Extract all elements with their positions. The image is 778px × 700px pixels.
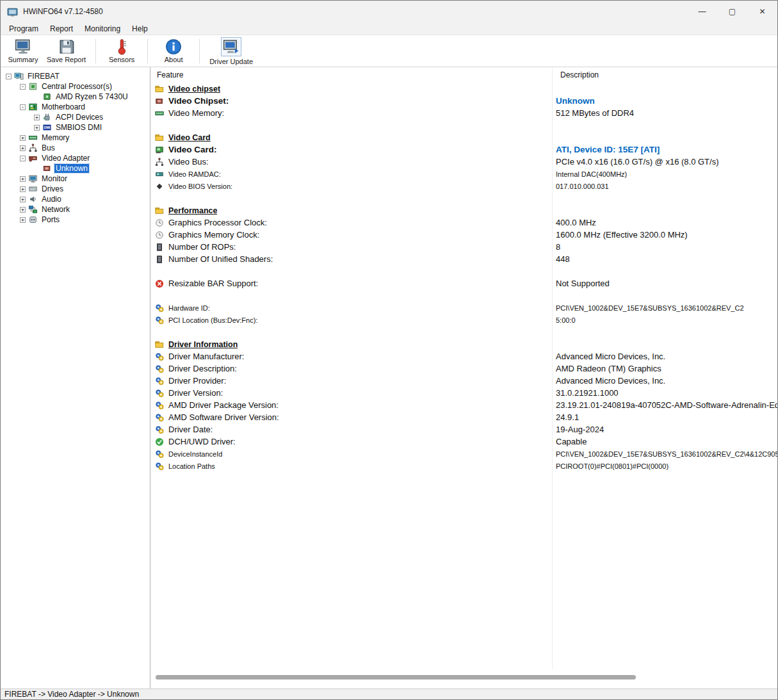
- feature-label: Video BIOS Version:: [168, 183, 232, 190]
- gears-icon: [155, 316, 164, 325]
- detail-row-video-ramdac[interactable]: Video RAMDAC:Internal DAC(400MHz): [150, 168, 777, 180]
- driver-update-button[interactable]: Driver Update: [206, 37, 257, 66]
- description-value: PCI\VEN_1002&DEV_15E7&SUBSYS_16361002&RE…: [556, 450, 777, 458]
- feature-cell: Location Paths: [150, 462, 215, 471]
- maximize-button[interactable]: ▢: [717, 1, 747, 22]
- section-folder-icon: [155, 206, 164, 215]
- gears-icon: [155, 462, 164, 471]
- save-report-button[interactable]: Save Report: [43, 37, 90, 66]
- feature-label: Driver Provider:: [168, 376, 226, 386]
- section-title: Driver Information: [168, 340, 238, 349]
- expand-expander-icon[interactable]: +: [20, 207, 26, 213]
- cpu-icon: [28, 82, 38, 91]
- description-value: 512 MBytes of DDR4: [556, 108, 634, 118]
- detail-row-amd-driver-package-version[interactable]: AMD Driver Package Version:23.19.21.01-2…: [150, 399, 777, 411]
- window-title: HWiNFO64 v7.12-4580: [23, 7, 103, 16]
- detail-row-number-of-rops[interactable]: Number Of ROPs:8: [150, 241, 777, 253]
- feature-cell: Driver Version:: [150, 388, 223, 398]
- section-row-driver-information[interactable]: Driver Information: [150, 338, 777, 350]
- tree-item-amd-ryzen-5-7430u[interactable]: AMD Ryzen 5 7430U: [1, 92, 150, 102]
- feature-label: Location Paths: [168, 462, 215, 470]
- menu-program[interactable]: Program: [3, 24, 44, 33]
- detail-row-deviceinstanceid[interactable]: DeviceInstanceIdPCI\VEN_1002&DEV_15E7&SU…: [150, 448, 777, 460]
- detail-row-number-of-unified-shaders[interactable]: Number Of Unified Shaders:448: [150, 253, 777, 265]
- detail-row-driver-date[interactable]: Driver Date:19-Aug-2024: [150, 423, 777, 435]
- about-button[interactable]: About: [154, 37, 193, 66]
- tree-item-ports[interactable]: +Ports: [1, 215, 150, 225]
- detail-row-driver-description[interactable]: Driver Description:AMD Radeon (TM) Graph…: [150, 362, 777, 375]
- tree-item-audio[interactable]: +Audio: [1, 194, 150, 204]
- expand-expander-icon[interactable]: +: [34, 115, 40, 120]
- detail-row-video-chipset[interactable]: Video Chipset:Unknown: [150, 95, 777, 107]
- collapse-expander-icon[interactable]: -: [6, 74, 12, 79]
- detail-row-driver-version[interactable]: Driver Version:31.0.21921.1000: [150, 387, 777, 399]
- section-row-video-chipset[interactable]: Video chipset: [150, 83, 777, 95]
- tree-item-video-adapter[interactable]: -Video Adapter: [1, 153, 150, 163]
- detail-row-video-bus[interactable]: Video Bus:PCIe v4.0 x16 (16.0 GT/s) @ x1…: [150, 156, 777, 168]
- description-column-header[interactable]: Description: [560, 70, 599, 79]
- detail-row-pci-location-bus-dev-fnc[interactable]: PCI Location (Bus:Dev:Fnc):5:00:0: [150, 314, 777, 326]
- toolbar-icon-frame: [58, 38, 75, 54]
- feature-column-header[interactable]: Feature: [150, 70, 183, 79]
- detail-row-video-memory[interactable]: Video Memory:512 MBytes of DDR4: [150, 107, 777, 119]
- expand-expander-icon[interactable]: +: [20, 145, 26, 151]
- collapse-expander-icon[interactable]: -: [20, 156, 26, 161]
- menu-report[interactable]: Report: [44, 24, 79, 33]
- tree-item-memory[interactable]: +Memory: [1, 133, 150, 143]
- feature-cell: DeviceInstanceId: [150, 450, 222, 459]
- horizontal-scrollbar[interactable]: [156, 675, 772, 680]
- expand-expander-icon[interactable]: +: [34, 125, 40, 131]
- section-row-performance[interactable]: Performance: [150, 204, 777, 216]
- tree-item-monitor[interactable]: +Monitor: [1, 174, 150, 184]
- feature-cell: Number Of Unified Shaders:: [150, 254, 273, 264]
- menu-monitoring[interactable]: Monitoring: [79, 24, 126, 33]
- gears-icon: [155, 425, 164, 434]
- toolbar-button-label: Summary: [8, 56, 38, 63]
- blank-row: [150, 289, 777, 302]
- expand-expander-icon[interactable]: +: [20, 217, 26, 223]
- detail-row-amd-software-driver-version[interactable]: AMD Software Driver Version:24.9.1: [150, 411, 777, 423]
- tree-item-smbios-dmi[interactable]: +DMISMBIOS DMI: [1, 122, 150, 133]
- summary-button[interactable]: Summary: [3, 37, 43, 66]
- minimize-button[interactable]: —: [687, 1, 717, 22]
- detail-row-driver-manufacturer[interactable]: Driver Manufacturer:Advanced Micro Devic…: [150, 350, 777, 362]
- section-row-video-card[interactable]: Video Card: [150, 131, 777, 143]
- ports-icon: [28, 215, 38, 224]
- app-window: HWiNFO64 v7.12-4580 — ▢ ✕ ProgramReportM…: [0, 0, 778, 700]
- summary-monitor-icon: [15, 38, 31, 55]
- scrollbar-thumb[interactable]: [156, 675, 636, 680]
- close-button[interactable]: ✕: [747, 1, 777, 22]
- detail-row-location-paths[interactable]: Location PathsPCIROOT(0)#PCI(0801)#PCI(0…: [150, 460, 777, 472]
- tree-item-bus[interactable]: +Bus: [1, 143, 150, 153]
- description-value: Unknown: [556, 96, 595, 106]
- feature-label: Video Bus:: [168, 157, 209, 167]
- dmi-icon: DMI: [42, 123, 52, 132]
- detail-row-hardware-id[interactable]: Hardware ID:PCI\VEN_1002&DEV_15E7&SUBSYS…: [150, 302, 777, 314]
- sensors-button[interactable]: Sensors: [102, 37, 142, 66]
- tree-item-label: FIREBAT: [26, 72, 61, 81]
- expand-expander-icon[interactable]: +: [20, 135, 26, 141]
- tree-item-central-processor-s[interactable]: -Central Processor(s): [1, 81, 150, 92]
- expand-expander-icon[interactable]: +: [20, 197, 26, 202]
- tree-item-firebat[interactable]: -FIREBAT: [1, 71, 150, 81]
- tree-item-acpi-devices[interactable]: +ACPI Devices: [1, 112, 150, 122]
- expand-expander-icon[interactable]: +: [20, 176, 26, 182]
- tree-item-unknown[interactable]: Unknown: [1, 163, 150, 174]
- tree-item-motherboard[interactable]: -Motherboard: [1, 102, 150, 112]
- section-folder-icon: [155, 133, 164, 142]
- detail-row-video-card[interactable]: Video Card:ATI, Device ID: 15E7 [ATI]: [150, 143, 777, 156]
- detail-row-driver-provider[interactable]: Driver Provider:Advanced Micro Devices, …: [150, 375, 777, 387]
- feature-cell: Number Of ROPs:: [150, 242, 236, 252]
- tree-item-drives[interactable]: +Drives: [1, 184, 150, 194]
- driver-update-icon: [223, 38, 239, 55]
- detail-row-dch-uwd-driver[interactable]: DCH/UWD Driver:Capable: [150, 435, 777, 448]
- detail-row-graphics-memory-clock[interactable]: Graphics Memory Clock:1600.0 MHz (Effect…: [150, 229, 777, 241]
- expand-expander-icon[interactable]: +: [20, 186, 26, 192]
- detail-row-graphics-processor-clock[interactable]: Graphics Processor Clock:400.0 MHz: [150, 216, 777, 229]
- collapse-expander-icon[interactable]: -: [20, 84, 26, 90]
- tree-item-network[interactable]: +Network: [1, 204, 150, 215]
- detail-row-resizable-bar-support[interactable]: Resizable BAR Support:Not Supported: [150, 277, 777, 289]
- detail-row-video-bios-version[interactable]: Video BIOS Version:017.010.000.031: [150, 180, 777, 192]
- collapse-expander-icon[interactable]: -: [20, 104, 26, 110]
- menu-help[interactable]: Help: [126, 24, 154, 33]
